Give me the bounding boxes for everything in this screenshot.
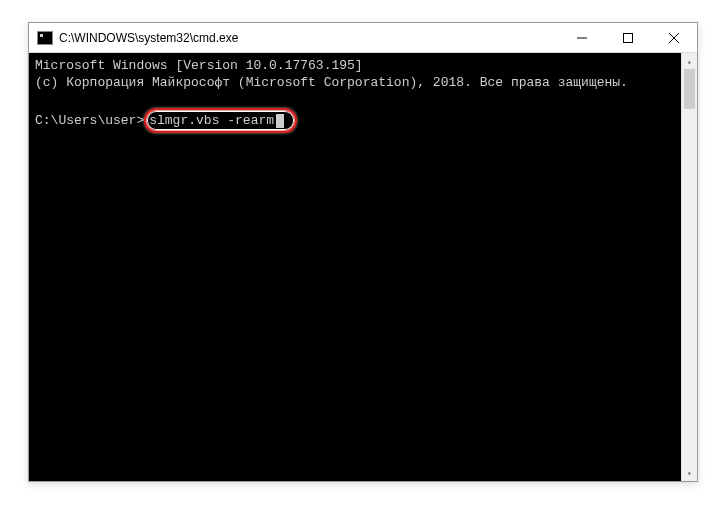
window-controls: [559, 23, 697, 52]
text-cursor: [276, 114, 284, 128]
scroll-up-button[interactable]: ▴: [682, 53, 697, 69]
version-line: Microsoft Windows [Version 10.0.17763.19…: [35, 57, 691, 74]
scroll-down-button[interactable]: ▾: [682, 465, 697, 481]
command-highlight: slmgr.vbs -rearm: [144, 108, 297, 133]
window-title: C:\WINDOWS\system32\cmd.exe: [59, 31, 559, 45]
terminal-area[interactable]: Microsoft Windows [Version 10.0.17763.19…: [29, 53, 697, 481]
cmd-icon: [37, 31, 53, 45]
close-button[interactable]: [651, 23, 697, 52]
copyright-line: (c) Корпорация Майкрософт (Microsoft Cor…: [35, 74, 691, 91]
scrollbar-thumb[interactable]: [684, 69, 695, 109]
minimize-button[interactable]: [559, 23, 605, 52]
prompt-line: C:\Users\user>slmgr.vbs -rearm: [35, 108, 691, 133]
prompt-path: C:\Users\user>: [35, 112, 144, 129]
svg-rect-1: [624, 33, 633, 42]
titlebar[interactable]: C:\WINDOWS\system32\cmd.exe: [29, 23, 697, 53]
scrollbar-track[interactable]: [682, 69, 697, 465]
cmd-window: C:\WINDOWS\system32\cmd.exe Microsoft Wi…: [28, 22, 698, 482]
command-input[interactable]: slmgr.vbs -rearm: [149, 112, 274, 129]
scrollbar[interactable]: ▴ ▾: [681, 53, 697, 481]
maximize-button[interactable]: [605, 23, 651, 52]
